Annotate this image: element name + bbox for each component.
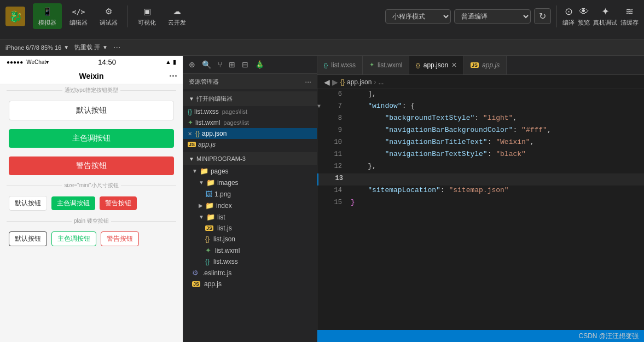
hot-reload-toggle[interactable]: 热重载 开 ▼ xyxy=(74,43,108,51)
device-selector[interactable]: iPhone 6/7/8 85% 16 ▼ xyxy=(5,44,69,51)
clearcache-icon: ≋ xyxy=(625,5,634,18)
more-file-icon[interactable]: 🎄 xyxy=(254,59,265,70)
folder-list[interactable]: ▼ 📁 list xyxy=(183,211,317,223)
line-content: "backgroundTextStyle": "light", xyxy=(351,113,644,123)
warn-button[interactable]: 警告按钮 xyxy=(9,156,174,175)
compile-label: 编译 xyxy=(562,19,575,27)
plain-warn-button[interactable]: 警告按钮 xyxy=(101,231,139,246)
folder-index[interactable]: ▶ 📁 index xyxy=(183,200,317,211)
file-item-app-js[interactable]: JS app.js xyxy=(183,139,317,150)
mini-warn-button[interactable]: 警告按钮 xyxy=(100,196,137,210)
breadcrumb-nav-fwd[interactable]: ▶ xyxy=(332,78,338,86)
fold-arrow xyxy=(317,113,326,115)
simulator-button[interactable]: 📱 模拟器 xyxy=(33,3,62,29)
folder-name: pages xyxy=(211,167,229,175)
line-content xyxy=(352,173,644,175)
clearcache-button[interactable]: ≋ 清缓存 xyxy=(620,5,639,27)
editor-button[interactable]: </> 编辑器 xyxy=(65,4,92,28)
plain-btn-row: 默认按钮 主色调按钮 警告按钮 xyxy=(0,227,183,251)
project-header[interactable]: ▼ MINIPROGRAM-3 xyxy=(183,152,317,165)
line-number: 11 xyxy=(326,149,351,158)
file-item-appjs[interactable]: JS app.js xyxy=(183,279,317,289)
line-number: 13 xyxy=(327,173,352,182)
tab-app-js[interactable]: JS app.js xyxy=(464,56,507,74)
signal-dots: ●●●●● xyxy=(7,59,23,65)
wifi-icon: ▲ xyxy=(165,59,171,66)
breadcrumb-nav-back[interactable]: ◀ xyxy=(324,78,330,86)
refresh-button[interactable]: ↻ xyxy=(534,8,551,24)
main-content: ●●●●● WeChat▾ 14:50 ▲ ▮ Weixin ··· 通过typ… xyxy=(0,56,644,342)
line-content: } xyxy=(351,198,644,207)
file-item-listjson[interactable]: {} list.json xyxy=(183,234,317,245)
tab-list-wxss[interactable]: {} list.wxss xyxy=(317,56,363,74)
mode-select[interactable]: 小程序模式 插件模式 xyxy=(385,9,451,24)
js-appjs-icon: JS xyxy=(192,281,200,287)
png-icon: 🖼 xyxy=(205,190,212,198)
file-item-eslint[interactable]: ⚙ .eslintrc.js xyxy=(183,267,317,279)
mini-primary-button[interactable]: 主色调按钮 xyxy=(51,196,95,210)
preview-button[interactable]: 👁 预览 xyxy=(578,6,590,27)
primary-button[interactable]: 主色调按钮 xyxy=(9,129,174,148)
file-item-list-wxss[interactable]: {} list.wxss pages\list xyxy=(183,106,317,117)
wxml-icon: ✦ xyxy=(188,119,193,126)
chevron-folder-index-icon: ▶ xyxy=(199,202,203,208)
folder-icon: 📁 xyxy=(206,178,215,187)
realtest-button[interactable]: ✦ 真机调试 xyxy=(593,5,617,27)
refresh-file-icon[interactable]: ⊟ xyxy=(241,59,250,70)
debug-button[interactable]: ⚙ 调试器 xyxy=(95,4,122,28)
tab-list-wxml[interactable]: ✦ list.wxml xyxy=(363,56,409,74)
source-control-icon[interactable]: ⑂ xyxy=(217,59,223,70)
file-item-listjs[interactable]: JS list.js xyxy=(183,223,317,234)
line-number: 12 xyxy=(326,161,351,170)
plain-default-button[interactable]: 默认按钮 xyxy=(9,231,47,246)
fold-arrow xyxy=(317,125,326,127)
nav-more-button[interactable]: ··· xyxy=(169,71,177,82)
compile-button[interactable]: ⊙ 编译 xyxy=(562,5,575,27)
editor-label: 编辑器 xyxy=(69,19,88,27)
tab-app-json[interactable]: {} app.json ✕ xyxy=(409,56,464,74)
preview-icon: 👁 xyxy=(579,6,589,18)
line-content: "sitemapLocation": "sitemap.json" xyxy=(351,186,644,195)
visual-icon: ▣ xyxy=(141,5,153,18)
plain-primary-button[interactable]: 主色调按钮 xyxy=(51,231,96,246)
more-options-button[interactable]: ··· xyxy=(113,43,120,53)
tab-close-button[interactable]: ✕ xyxy=(451,61,457,69)
fold-arrow xyxy=(317,198,326,200)
chevron-folder-images-icon: ▼ xyxy=(199,179,204,186)
wxml-file-icon: ✦ xyxy=(205,246,211,254)
visual-button[interactable]: ▣ 可视化 xyxy=(134,4,160,28)
mini-default-button[interactable]: 默认按钮 xyxy=(9,196,47,211)
file-item-listwxml[interactable]: ✦ list.wxml xyxy=(183,245,317,256)
visual-label: 可视化 xyxy=(138,19,156,27)
line-number: 15 xyxy=(326,198,351,206)
section2-divider: size="mini"小尺寸按钮 xyxy=(0,179,183,192)
file-item-list-wxml[interactable]: ✦ list.wxml pages\list xyxy=(183,117,317,128)
fold-arrow xyxy=(317,161,326,164)
file-item-1png[interactable]: 🖼 1.png xyxy=(183,188,317,200)
breadcrumb-path: ... xyxy=(378,78,384,86)
close-icon-app-json[interactable]: ✕ xyxy=(188,131,192,137)
phone-icon: 📱 xyxy=(42,5,54,18)
file-item-listwxss[interactable]: {} list.wxss xyxy=(183,256,317,267)
line-content: ], xyxy=(351,89,644,98)
explorer-header: 资源管理器 ··· xyxy=(183,74,317,89)
new-file-icon[interactable]: ⊕ xyxy=(188,59,196,70)
search-icon[interactable]: 🔍 xyxy=(201,59,212,70)
folder-pages[interactable]: ▼ 📁 pages xyxy=(183,165,317,177)
cloud-button[interactable]: ☁ 云开发 xyxy=(164,4,190,28)
explorer-more-button[interactable]: ··· xyxy=(305,77,311,86)
file-path: pages\list xyxy=(222,108,247,115)
default-button[interactable]: 默认按钮 xyxy=(9,101,174,120)
code-line-8: 8 "backgroundTextStyle": "light", xyxy=(317,113,644,125)
file-item-app-json[interactable]: ✕ {} app.json xyxy=(183,128,317,139)
editor-breadcrumb: ◀ ▶ {} app.json › ... xyxy=(317,75,644,89)
file-panel: ⊕ 🔍 ⑂ ⊞ ⊟ 🎄 资源管理器 ··· ▼ 打开的编辑器 {} list.w… xyxy=(183,56,317,342)
nav-title: Weixin xyxy=(79,72,104,80)
folder-images[interactable]: ▼ 📁 images xyxy=(183,177,317,188)
chevron-folder-pages-icon: ▼ xyxy=(192,168,198,174)
new-folder-icon[interactable]: ⊞ xyxy=(228,59,236,70)
editor-code-content[interactable]: 6 ], ▼ 7 "window": { 8 "backgroundTextSt… xyxy=(317,89,644,330)
compile-select[interactable]: 普通编译 自定义编译 xyxy=(454,9,531,24)
line-content: "navigationBarTitleText": "Weixin", xyxy=(351,137,644,147)
file-name: list.wxml xyxy=(195,119,220,126)
